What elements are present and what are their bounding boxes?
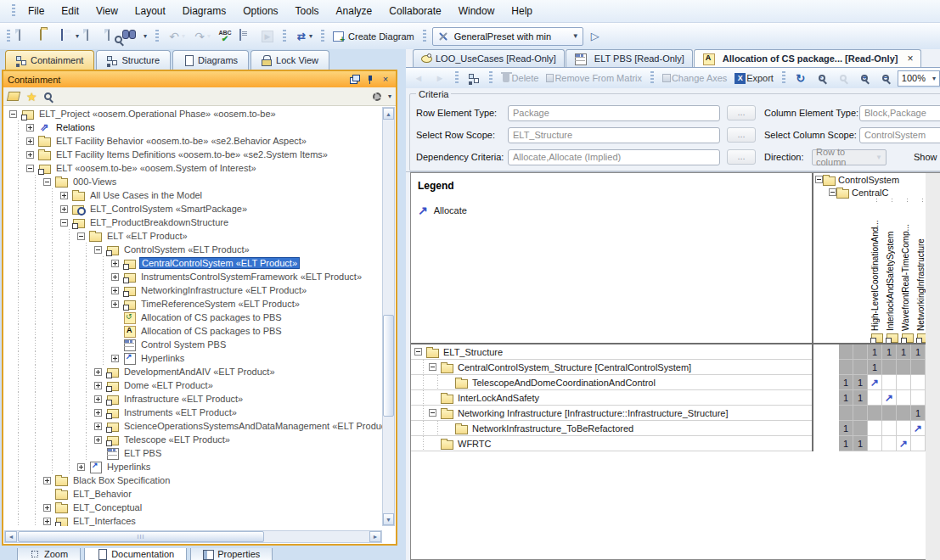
toolbar-grip[interactable] (489, 71, 493, 85)
matrix-cell[interactable] (839, 406, 853, 421)
matrix-cell[interactable] (882, 406, 897, 421)
menu-item-diagrams[interactable]: Diagrams (175, 3, 234, 20)
tree-item[interactable]: ELT_ProductBreakdownStructure (4, 216, 383, 229)
expander-icon[interactable] (414, 348, 422, 356)
expander-icon[interactable] (94, 395, 102, 403)
tree-item[interactable]: ELT_Conceptual (4, 501, 383, 514)
matrix-cell[interactable] (853, 421, 868, 436)
tree-item[interactable]: InstrumentsControlSystemFramework «ELT P… (4, 270, 383, 283)
expander-icon[interactable] (815, 176, 823, 183)
matrix-column-label[interactable]: WavefrontReal-TimeComp... (901, 202, 910, 331)
select-row-scope-browse-button[interactable]: ... (727, 127, 756, 143)
tree-item[interactable]: Dome «ELT Product» (4, 378, 383, 392)
diagram-tab-1[interactable]: LOO_UseCases [Read-Only] (413, 49, 565, 67)
create-diagram-button[interactable]: Create Diagram (330, 26, 417, 47)
matrix-cell[interactable] (882, 375, 897, 390)
gear-icon[interactable] (373, 92, 381, 101)
matrix-row-header[interactable]: TelescopeAndDomeCoordinationAndControl (411, 375, 812, 390)
menu-item-window[interactable]: Window (451, 3, 503, 20)
toolbar-grip[interactable] (12, 4, 15, 18)
matrix-cell[interactable]: 1 (882, 344, 897, 360)
tree-item[interactable]: ELT_Behavior (4, 487, 383, 501)
tree-vertical-scrollbar[interactable]: ▲ ▼ (382, 107, 395, 526)
matrix-cell[interactable] (868, 421, 882, 436)
print-preview-button[interactable] (105, 26, 124, 47)
expander-icon[interactable] (60, 219, 68, 227)
toolbar-grip[interactable] (650, 71, 654, 85)
matrix-cell[interactable]: 1 (868, 344, 882, 360)
toolbar-grip[interactable] (283, 30, 286, 43)
change-axes-button[interactable]: Change Axes (660, 68, 729, 88)
matrix-cell[interactable] (868, 436, 882, 451)
row-element-type-browse-button[interactable]: ... (727, 105, 756, 120)
tree-item[interactable]: ELT PBS (4, 446, 383, 460)
float-panel-icon[interactable] (349, 74, 361, 85)
tree-item[interactable]: Hyperlinks (4, 460, 383, 473)
tree-item[interactable]: NetworkingInfrastructure «ELT Product» (4, 283, 383, 297)
close-icon[interactable]: × (907, 53, 913, 64)
refresh-button[interactable]: ↻ (791, 68, 810, 88)
matrix-cell[interactable]: ↗ (897, 436, 911, 451)
matrix-cell[interactable]: 1 (868, 360, 882, 375)
diagram-tab-2[interactable]: ELT PBS [Read-Only] (566, 49, 693, 67)
open-in-new-tree-icon[interactable] (7, 92, 20, 101)
run-preset-button[interactable]: ▷ (586, 26, 605, 47)
menu-item-tools[interactable]: Tools (288, 3, 327, 20)
expander-icon[interactable] (77, 232, 85, 240)
delete-button[interactable]: Delete (498, 68, 542, 88)
matrix-cell[interactable] (839, 360, 853, 375)
tree-item[interactable]: Hyperlinks (4, 351, 383, 365)
matrix-cell[interactable] (911, 360, 926, 375)
matrix-row-header[interactable]: NetworkInfrastructure_ToBeRefactored (411, 421, 812, 436)
tree-item[interactable]: ELT_ControlSystem «SmartPackage» (4, 202, 383, 216)
export-button[interactable]: XExport (732, 68, 776, 88)
matrix-cell[interactable] (911, 390, 926, 406)
expander-icon[interactable] (26, 165, 34, 172)
remove-from-matrix-button[interactable]: Remove From Matrix (543, 68, 644, 88)
matrix-cell[interactable]: 1 (839, 390, 853, 406)
matrix-cell[interactable] (897, 375, 911, 390)
matrix-cell[interactable] (897, 406, 911, 421)
toolbar-grip[interactable] (423, 30, 426, 43)
tree-item[interactable]: ELT «ELT Product» (4, 229, 383, 243)
matrix-cell[interactable] (839, 344, 853, 360)
expander-icon[interactable] (111, 355, 119, 362)
zoom-out-button[interactable]: − (876, 68, 895, 88)
new-file-button[interactable] (16, 26, 35, 47)
bottom-tab-zoom[interactable]: Zoom (17, 548, 81, 560)
menu-item-edit[interactable]: Edit (53, 3, 87, 20)
find-button[interactable]: ▾ (127, 26, 149, 47)
matrix-cell[interactable]: 1 (911, 344, 926, 360)
tab-lock-view[interactable]: Lock View (250, 50, 329, 70)
toolbar-grip[interactable] (782, 71, 785, 85)
tree-item[interactable]: Telescope «ELT Product» (4, 433, 383, 446)
tree-item[interactable]: ELT_Interfaces (4, 514, 383, 526)
redo-button[interactable]: ↷▾ (190, 26, 213, 47)
scroll-right-button[interactable]: ► (369, 531, 381, 542)
matrix-cell[interactable]: 1 (839, 421, 853, 436)
back-button[interactable]: ◄ (409, 68, 428, 88)
select-row-scope-field[interactable]: ELT_Structure (508, 127, 720, 143)
matrix-cell[interactable] (882, 436, 897, 451)
favorites-icon[interactable]: ★ (26, 92, 37, 102)
matrix-cell[interactable] (897, 360, 911, 375)
dependency-criteria-browse-button[interactable]: ... (727, 149, 756, 165)
expander-icon[interactable] (94, 368, 102, 376)
direction-select[interactable]: Row to column▼ (812, 149, 887, 165)
row-element-type-field[interactable]: Package (508, 105, 720, 121)
tab-structure[interactable]: Structure (96, 50, 171, 70)
expander-icon[interactable] (111, 287, 119, 294)
diagram-tab-3[interactable]: Allocation of CS package... [Read-Only]× (694, 49, 922, 67)
tree-item[interactable]: Instruments «ELT Product» (4, 406, 383, 419)
expander-icon[interactable] (829, 188, 836, 196)
expander-icon[interactable] (43, 178, 51, 186)
tree-item[interactable]: ELT «oosem.to-be» «oosem.System of Inter… (4, 161, 383, 175)
scroll-thumb[interactable] (383, 315, 394, 417)
forward-button[interactable]: ► (431, 68, 449, 88)
notes-button[interactable] (237, 26, 256, 47)
matrix-cell[interactable] (911, 436, 926, 451)
tab-diagrams[interactable]: Diagrams (172, 50, 249, 70)
expander-icon[interactable] (60, 205, 68, 213)
bottom-tab-properties[interactable]: Properties (190, 548, 273, 560)
matrix-cell[interactable] (882, 421, 897, 436)
